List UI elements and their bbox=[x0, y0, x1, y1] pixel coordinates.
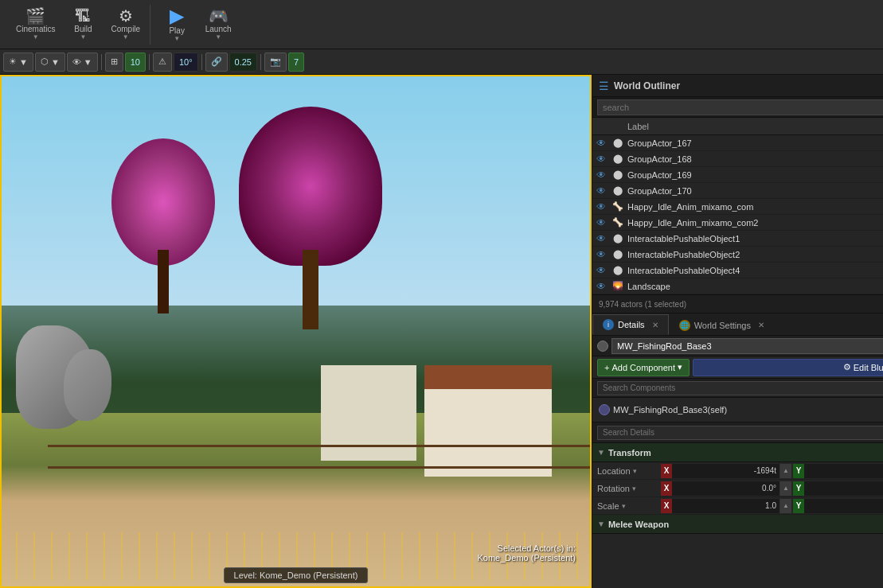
camera-button[interactable]: 📷 bbox=[264, 53, 287, 72]
angle-value[interactable]: 10° bbox=[174, 53, 198, 72]
scale-x-field: X ▲ bbox=[661, 499, 791, 513]
actor-name-input[interactable] bbox=[611, 338, 883, 354]
scale-x-input[interactable] bbox=[672, 499, 780, 513]
rotation-label: Rotation bbox=[597, 484, 630, 493]
rock-small bbox=[64, 349, 111, 421]
column-label[interactable]: Label bbox=[610, 122, 883, 131]
visibility-icon[interactable]: 👁 bbox=[596, 169, 606, 181]
search-details-input[interactable] bbox=[597, 426, 883, 440]
snap-button[interactable]: 🔗 bbox=[205, 53, 228, 72]
viewport-lit-button[interactable]: ☀▼ bbox=[3, 53, 33, 72]
y-label: Y bbox=[793, 464, 804, 478]
edit-blueprint-button[interactable]: ⚙ Edit Blueprint bbox=[693, 359, 883, 376]
tree-small bbox=[111, 138, 215, 313]
melee-section-header[interactable]: ▼ Melee Weapon bbox=[592, 515, 883, 534]
table-row[interactable]: 👁 🌄 Landscape Landscape bbox=[592, 278, 883, 294]
table-row[interactable]: 👁 ⬤ InteractablePushableObject2 Open Int… bbox=[592, 247, 883, 263]
properties-area: ▼ Transform Location ▾ X ▲ bbox=[592, 443, 883, 588]
visibility-icon[interactable]: 👁 bbox=[596, 217, 606, 228]
actor-name-row bbox=[592, 336, 883, 356]
outliner-search-input[interactable] bbox=[597, 99, 883, 115]
compile-button[interactable]: ⚙ Compile ▼ bbox=[104, 5, 147, 44]
cinematics-button[interactable]: 🎬 Cinematics ▼ bbox=[10, 5, 61, 44]
world-settings-tab-close[interactable]: ✕ bbox=[758, 321, 764, 329]
edit-blueprint-label: Edit Blueprint bbox=[854, 363, 883, 372]
visibility-icon[interactable]: 👁 bbox=[596, 138, 606, 149]
tree-trunk-small bbox=[158, 250, 169, 313]
table-row[interactable]: 👁 🦴 Happy_Idle_Anim_mixamo_com2 Skeletal… bbox=[592, 215, 883, 231]
cinematics-label: Cinematics bbox=[16, 25, 55, 33]
actor-label: GroupActor_168 bbox=[626, 154, 883, 164]
outliner-table-header: Label Type bbox=[592, 118, 883, 135]
actor-icon: ⬤ bbox=[610, 233, 626, 243]
scale-y-input[interactable] bbox=[804, 499, 883, 513]
actor-icon: ⬤ bbox=[610, 138, 626, 148]
world-settings-tab-icon: 🌐 bbox=[679, 320, 690, 331]
details-tab-close[interactable]: ✕ bbox=[652, 321, 658, 329]
tab-world-settings[interactable]: 🌐 World Settings ✕ bbox=[669, 314, 775, 335]
visibility-icon[interactable]: 👁 bbox=[596, 249, 606, 260]
table-row[interactable]: 👁 ⬤ GroupActor_168 GroupActor bbox=[592, 151, 883, 167]
location-y-input[interactable] bbox=[804, 464, 883, 478]
ry-label: Y bbox=[793, 481, 804, 496]
rotation-x-input[interactable] bbox=[672, 481, 780, 496]
toolbar2-separator-3 bbox=[201, 54, 202, 70]
component-icon bbox=[599, 404, 610, 415]
grid-num-value[interactable]: 10 bbox=[125, 53, 146, 72]
camera-num-value[interactable]: 7 bbox=[288, 53, 304, 72]
details-tab-label: Details bbox=[618, 320, 645, 329]
scale-value[interactable]: 0.25 bbox=[229, 53, 257, 72]
actor-icon: ⬤ bbox=[610, 249, 626, 259]
viewport-show-button[interactable]: 👁▼ bbox=[67, 53, 98, 72]
toolbar2-separator-4 bbox=[260, 54, 261, 70]
rotation-y-input[interactable] bbox=[804, 481, 883, 496]
visibility-icon[interactable]: 👁 bbox=[596, 185, 606, 197]
details-tab-icon: i bbox=[603, 319, 614, 330]
component-item[interactable]: MW_FishingRod_Base3(self) bbox=[599, 401, 883, 419]
table-row[interactable]: 👁 ⬤ GroupActor_169 GroupActor bbox=[592, 167, 883, 183]
table-row[interactable]: 👁 ⬤ GroupActor_167 GroupActor bbox=[592, 135, 883, 151]
table-row[interactable]: 👁 🦴 Happy_Idle_Anim_mixamo_com SkeletalM… bbox=[592, 199, 883, 215]
location-x-expand[interactable]: ▲ bbox=[780, 464, 791, 478]
actor-label: Happy_Idle_Anim_mixamo_com bbox=[626, 202, 883, 212]
actor-count: 9,974 actors (1 selected) bbox=[599, 300, 686, 309]
plus-icon: + bbox=[604, 363, 609, 372]
visibility-icon[interactable]: 👁 bbox=[596, 154, 606, 165]
tab-details[interactable]: i Details ✕ bbox=[592, 314, 669, 335]
selected-actors-demo: Kome_Demo (Persistent) bbox=[478, 553, 576, 563]
outliner-header: ☰ World Outliner bbox=[592, 75, 883, 97]
visibility-icon[interactable]: 👁 bbox=[596, 281, 606, 292]
details-content: + Add Component ▾ ⚙ Edit Blueprint MW_Fi… bbox=[592, 336, 883, 588]
visibility-icon[interactable]: 👁 bbox=[596, 201, 606, 212]
outliner-search-bar: 🔍 bbox=[592, 97, 883, 118]
viewport-perspective-button[interactable]: ⬡▼ bbox=[35, 53, 65, 72]
warn-button[interactable]: ⚠ bbox=[153, 53, 172, 72]
scale-y-field: Y ▲ bbox=[793, 499, 883, 513]
visibility-icon[interactable]: 👁 bbox=[596, 265, 606, 276]
search-components-input[interactable] bbox=[597, 381, 883, 395]
table-row[interactable]: 👁 ⬤ GroupActor_170 GroupActor bbox=[592, 183, 883, 199]
actor-label: InteractablePushableObject2 bbox=[626, 250, 883, 259]
outliner-list[interactable]: 👁 ⬤ GroupActor_167 GroupActor 👁 ⬤ GroupA… bbox=[592, 135, 883, 294]
viewport-toolbar: ☀▼ ⬡▼ 👁▼ ⊞ 10 ⚠ 10° 🔗 0.25 📷 7 bbox=[0, 49, 883, 75]
table-row[interactable]: 👁 ⬤ InteractablePushableObject1 Open Int… bbox=[592, 231, 883, 247]
rotation-x-field: X ▲ bbox=[661, 481, 791, 496]
transform-section-header[interactable]: ▼ Transform bbox=[592, 443, 883, 462]
play-button[interactable]: ▶ Play ▼ bbox=[157, 3, 197, 45]
viewport[interactable]: Selected Actor(s) in: Kome_Demo (Persist… bbox=[0, 75, 592, 588]
tree-foliage-large bbox=[239, 107, 382, 266]
rotation-x-expand[interactable]: ▲ bbox=[780, 481, 791, 496]
rx-label: X bbox=[661, 481, 672, 496]
scale-x-expand[interactable]: ▲ bbox=[780, 499, 791, 513]
build-button[interactable]: 🏗 Build ▼ bbox=[63, 5, 103, 44]
location-x-input[interactable] bbox=[672, 464, 780, 478]
play-icon: ▶ bbox=[170, 6, 184, 25]
launch-button[interactable]: 🎮 Launch ▼ bbox=[198, 5, 238, 44]
visibility-icon[interactable]: 👁 bbox=[596, 233, 606, 244]
grid-button[interactable]: ⊞ bbox=[105, 53, 123, 72]
compile-label: Compile bbox=[111, 25, 140, 33]
add-component-label: Add Component bbox=[611, 363, 675, 372]
add-component-button[interactable]: + Add Component ▾ bbox=[597, 359, 690, 376]
table-row[interactable]: 👁 ⬤ InteractablePushableObject4 Open Int… bbox=[592, 263, 883, 278]
main-layout: Selected Actor(s) in: Kome_Demo (Persist… bbox=[0, 75, 883, 588]
